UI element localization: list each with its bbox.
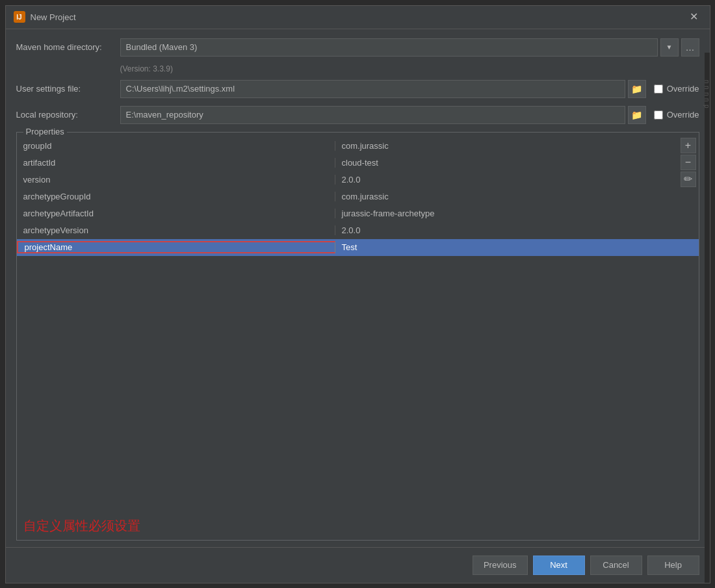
main-wrapper: Maven home directory: ▼ … (Version: 3.3.…: [6, 29, 710, 583]
local-repo-label: Local repository:: [16, 110, 120, 120]
prop-value: 2.0.0: [335, 175, 699, 185]
maven-home-browse-btn[interactable]: …: [681, 38, 699, 57]
user-settings-input[interactable]: [120, 80, 625, 98]
help-button[interactable]: Help: [647, 556, 699, 575]
annotation-text: 自定义属性必须设置: [17, 512, 699, 540]
properties-table: groupId com.jurassic artifactId cloud-te…: [17, 138, 699, 512]
previous-button[interactable]: Previous: [473, 556, 528, 575]
prop-key: archetypeVersion: [17, 225, 335, 235]
user-settings-override-checkbox[interactable]: [654, 84, 663, 94]
user-settings-row: User settings file: 📁 Override: [16, 80, 699, 98]
prop-key: groupId: [17, 141, 335, 151]
local-repo-override-group: Override: [654, 110, 699, 120]
user-settings-override-group: Override: [654, 84, 699, 94]
local-repo-browse-btn[interactable]: 📁: [628, 106, 646, 124]
next-button[interactable]: Next: [533, 556, 585, 575]
properties-content: + − ✏ groupId com.jurassic: [17, 138, 699, 540]
dialog-title: New Project: [31, 12, 76, 22]
table-row-selected[interactable]: projectName Test: [17, 239, 699, 256]
table-row[interactable]: archetypeVersion 2.0.0: [17, 222, 699, 239]
prop-key: archetypeGroupId: [17, 192, 335, 201]
prop-value-selected: Test: [335, 242, 699, 252]
local-repo-row: Local repository: 📁 Override: [16, 106, 699, 124]
prop-value: cloud-test: [335, 158, 699, 168]
table-row[interactable]: version 2.0.0: [17, 172, 699, 188]
local-repo-input-group: 📁 Override: [120, 106, 699, 124]
local-repo-input[interactable]: [120, 106, 625, 124]
side-indicator: n: [702, 84, 710, 91]
dialog-content: Maven home directory: ▼ … (Version: 3.3.…: [6, 29, 710, 547]
maven-home-label: Maven home directory:: [16, 42, 120, 52]
prop-key: version: [17, 175, 335, 185]
local-repo-override-checkbox[interactable]: [654, 110, 663, 120]
side-indicator: n: [702, 91, 710, 97]
prop-value: 2.0.0: [335, 225, 699, 235]
title-bar: IJ New Project ✕: [6, 6, 710, 29]
cancel-button[interactable]: Cancel: [590, 556, 642, 575]
close-button[interactable]: ✕: [686, 10, 702, 23]
maven-home-dropdown-btn[interactable]: ▼: [660, 38, 679, 57]
maven-home-input[interactable]: [120, 38, 658, 57]
properties-toolbar: + − ✏: [678, 138, 699, 187]
prop-key: artifactId: [17, 158, 335, 168]
table-row[interactable]: archetypeGroupId com.jurassic: [17, 188, 699, 205]
side-indicator: n: [702, 97, 710, 103]
add-property-btn[interactable]: +: [681, 138, 696, 153]
user-settings-label: User settings file:: [16, 84, 120, 94]
edit-property-btn[interactable]: ✏: [681, 172, 696, 187]
side-indicator: n: [702, 79, 710, 85]
properties-section: Properties + − ✏ groupId: [16, 132, 699, 541]
table-row[interactable]: archetypeArtifactId jurassic-frame-arche…: [17, 205, 699, 222]
maven-version-text: (Version: 3.3.9): [120, 64, 699, 73]
remove-property-btn[interactable]: −: [681, 155, 696, 170]
properties-title: Properties: [23, 127, 67, 136]
maven-home-input-group: ▼ …: [120, 38, 699, 57]
app-logo: IJ: [14, 11, 25, 23]
new-project-dialog: IJ New Project ✕ Maven home directory: ▼…: [5, 5, 710, 583]
dialog-footer: Previous Next Cancel Help: [6, 547, 710, 583]
prop-key-highlighted: projectName: [17, 241, 335, 253]
table-row[interactable]: artifactId cloud-test: [17, 155, 699, 172]
user-settings-browse-btn[interactable]: 📁: [628, 80, 646, 98]
prop-value: com.jurassic: [335, 192, 699, 201]
user-settings-override-label: Override: [667, 84, 699, 94]
side-indicator: p: [702, 103, 710, 110]
right-side-panel: n n n n p: [705, 53, 710, 583]
prop-value: jurassic-frame-archetype: [335, 209, 699, 218]
title-bar-left: IJ New Project: [14, 11, 76, 23]
table-row[interactable]: groupId com.jurassic: [17, 138, 699, 155]
main-area: Maven home directory: ▼ … (Version: 3.3.…: [6, 29, 710, 583]
maven-home-row: Maven home directory: ▼ …: [16, 38, 699, 57]
local-repo-override-label: Override: [667, 110, 699, 120]
prop-key: archetypeArtifactId: [17, 209, 335, 218]
prop-value: com.jurassic: [335, 141, 699, 151]
user-settings-input-group: 📁 Override: [120, 80, 699, 98]
